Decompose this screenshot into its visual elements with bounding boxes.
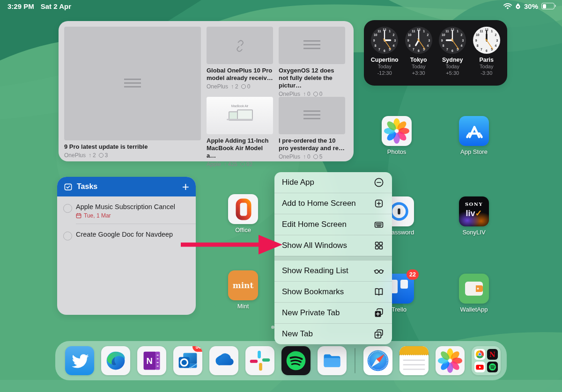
article-thumbnail-placeholder (207, 27, 273, 64)
article-title: OxygenOS 12 does not fully delete the pi… (279, 67, 345, 89)
comments-icon (240, 162, 245, 167)
task-item[interactable]: Create Google Doc for Navdeep (57, 224, 196, 243)
svg-text:9: 9 (407, 39, 409, 42)
tasks-widget[interactable]: Tasks + Apple Music Subscription Cancel … (57, 177, 196, 315)
upvote-icon: ↑ (303, 153, 306, 160)
plus-square-icon (373, 198, 385, 209)
svg-text:3: 3 (462, 39, 464, 42)
dock-app-edge[interactable] (101, 346, 130, 375)
ipad-home-screen: 3:29 PM Sat 2 Apr 30% 9 Pro latest updat… (0, 0, 562, 392)
app-mint[interactable]: mint Mint (228, 270, 258, 300)
dock-app-slack[interactable] (245, 346, 274, 375)
menu-item-show-all-windows[interactable]: Show All Windows (274, 235, 392, 256)
news-article[interactable]: I pre-ordered the 10 pro yesterday and r… (279, 97, 345, 160)
dock-apps-folder[interactable]: N (472, 346, 501, 375)
photos-icon (382, 116, 412, 146)
menu-item-show-reading-list[interactable]: Show Reading List (274, 260, 392, 281)
article-source: OnePlus (64, 152, 86, 159)
notification-badge: 22 (407, 269, 419, 280)
upvote-icon: ↑ (89, 152, 91, 159)
article-meta: OnePlus ↑ 0 5 (279, 153, 345, 160)
task-item[interactable]: Apple Music Subscription Cancel Tue, 1 M… (57, 196, 196, 224)
dock-app-outlook[interactable]: 537 (173, 346, 202, 375)
dock-app-files[interactable] (318, 346, 347, 375)
menu-group-separator (274, 256, 392, 260)
app-walletapp[interactable]: WalletApp (459, 274, 489, 304)
rotation-lock-icon (515, 3, 521, 9)
svg-text:11: 11 (412, 29, 415, 33)
clock-date: Sat 2 Apr (41, 2, 71, 10)
status-bar: 3:29 PM Sat 2 Apr 30% (0, 0, 562, 12)
svg-text:10: 10 (476, 33, 480, 36)
svg-text:7: 7 (413, 48, 414, 51)
svg-text:7: 7 (481, 48, 482, 51)
menu-item-new-tab[interactable]: New Tab (274, 323, 392, 344)
task-due-date: Tue, 1 Mar (76, 212, 189, 219)
dock-app-onenote[interactable]: N (137, 346, 166, 375)
files-icon (318, 346, 347, 375)
link-icon (233, 38, 247, 52)
mint-icon: mint (228, 270, 258, 300)
svg-text:1: 1 (491, 29, 493, 33)
svg-text:6: 6 (384, 49, 385, 52)
analog-clock: 123456789101112 (472, 26, 501, 55)
svg-text:10: 10 (374, 33, 377, 36)
article-thumbnail-placeholder (64, 27, 201, 140)
article-meta: OnePlus ↑ 2 3 (64, 152, 201, 159)
battery-percent: 30% (524, 2, 538, 10)
tasks-icon (64, 182, 73, 191)
dock-app-onedrive[interactable] (209, 346, 238, 375)
app-photos[interactable]: Photos (382, 116, 412, 146)
check-icon: ✓ (475, 209, 482, 218)
news-article[interactable]: OxygenOS 12 does not fully delete the pi… (279, 27, 345, 97)
svg-text:8: 8 (477, 44, 479, 47)
office-icon (228, 194, 258, 224)
chrome-icon (474, 349, 485, 360)
youtube-icon (474, 362, 485, 372)
clock-city: 123456789101112 Cupertino Today -12:30 (368, 26, 401, 86)
dock-app-twitter[interactable] (65, 346, 94, 375)
app-app-store[interactable]: App Store (459, 116, 489, 146)
world-clock-widget[interactable]: 123456789101112 Cupertino Today -12:30 1… (364, 20, 507, 86)
news-widget[interactable]: 9 Pro latest update is terrible OnePlus … (59, 21, 354, 161)
dock-app-safari[interactable] (363, 346, 392, 375)
svg-text:4: 4 (495, 44, 496, 47)
app-office[interactable]: Office (228, 194, 258, 224)
new-private-tab-icon (373, 307, 385, 319)
app-sonyliv[interactable]: SONY liv✓ SonyLIV (459, 196, 489, 226)
menu-item-new-private-tab[interactable]: New Private Tab (274, 302, 392, 323)
calendar-icon (76, 213, 81, 218)
add-task-button[interactable]: + (182, 181, 189, 192)
svg-text:9: 9 (373, 39, 375, 42)
article-title: I pre-ordered the 10 pro yesterday and r… (279, 137, 345, 152)
dock: N 537 (55, 341, 507, 380)
menu-item-show-bookmarks[interactable]: Show Bookmarks (274, 281, 392, 302)
menu-item-hide-app[interactable]: Hide App (274, 172, 392, 193)
dock-app-spotify[interactable] (281, 346, 311, 375)
photos-icon (436, 346, 465, 375)
svg-text:3: 3 (428, 39, 430, 42)
task-checkbox[interactable] (63, 204, 72, 213)
menu-item-edit-home-screen[interactable]: Edit Home Screen (274, 214, 392, 235)
dock-app-photos[interactable] (436, 346, 465, 375)
clock-city: 123456789101112 Sydney Today +5:30 (436, 26, 469, 86)
news-featured-article[interactable]: 9 Pro latest update is terrible OnePlus … (64, 27, 201, 159)
news-article[interactable]: Global OnePlus 10 Pro model already rece… (207, 27, 273, 90)
clock-time: 3:29 PM (7, 2, 34, 10)
walletapp-icon (459, 274, 489, 304)
svg-text:4: 4 (461, 44, 463, 47)
svg-text:2: 2 (393, 33, 395, 36)
grid-2x2-icon (373, 240, 385, 251)
news-article[interactable]: MacBook Air Apple Adding 11-Inch MacBook… (207, 97, 273, 167)
svg-text:8: 8 (443, 44, 444, 47)
spotify-mini-icon (487, 362, 498, 372)
page-indicator-dot[interactable] (271, 326, 274, 329)
article-thumbnail-image: MacBook Air (207, 97, 273, 134)
task-checkbox[interactable] (63, 232, 72, 240)
dock-app-notes[interactable] (399, 346, 429, 375)
clock-city: 123456789101112 Paris Today -3:30 (470, 26, 503, 86)
netflix-icon: N (487, 349, 498, 360)
svg-text:7: 7 (378, 48, 380, 51)
menu-item-add-to-home-screen[interactable]: Add to Home Screen (274, 193, 392, 214)
article-thumbnail-placeholder (279, 27, 345, 64)
